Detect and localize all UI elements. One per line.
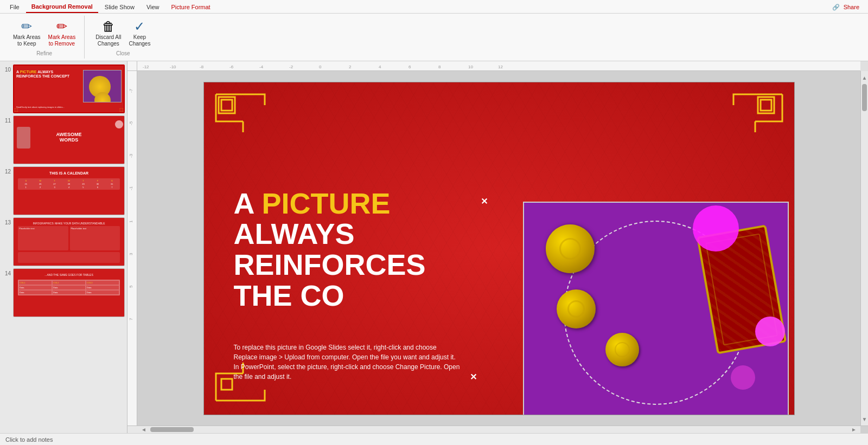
canvas-area: -12 -10 -8 -6 -4 -2 0 2 4 6 8 10 12 — [127, 61, 868, 433]
slide-num-10: 10 — [2, 67, 11, 73]
svg-rect-25 — [221, 379, 232, 390]
slide-thumb-13[interactable]: 13 INFOGRAPHICS: MAKE YOUR DATA UNDERSTA… — [2, 217, 125, 266]
svg-text:-6: -6 — [229, 65, 234, 69]
coin-large — [546, 224, 595, 273]
discard-icon: 🗑 — [102, 20, 115, 33]
magenta-blob-1 — [693, 205, 739, 251]
ruler-top: -12 -10 -8 -6 -4 -2 0 2 4 6 8 10 12 — [127, 61, 868, 71]
svg-text:-4: -4 — [259, 65, 264, 69]
scroll-h-thumb[interactable] — [150, 427, 194, 432]
svg-text:-2: -2 — [289, 65, 293, 69]
mark-keep-label: Mark Areasto Keep — [13, 34, 41, 47]
slide-num-13: 13 — [2, 220, 11, 225]
image-selection-container[interactable] — [523, 202, 789, 415]
svg-rect-23 — [761, 100, 771, 111]
mark-areas-keep-button[interactable]: ✏ Mark Areasto Keep — [10, 18, 44, 49]
status-bar: Click to add notes — [0, 433, 868, 445]
close-buttons: 🗑 Discard AllChanges ✓ KeepChanges — [92, 18, 154, 49]
slide-image-14[interactable]: ...AND THE SAME GOES FOR TABLES COL1 COL… — [13, 268, 125, 317]
slide-thumb-11[interactable]: 11 AWESOMEWORDS — [2, 115, 125, 164]
ribbon-toolbar: ✏ Mark Areasto Keep ✏ Mark Areasto Remov… — [0, 14, 868, 61]
vertical-ruler: -7 -5 -3 -1 1 3 5 7 — [127, 71, 137, 425]
scrollbar-corner — [860, 61, 868, 71]
svg-text:6: 6 — [409, 65, 411, 69]
svg-text:7: 7 — [129, 318, 133, 320]
keep-label: KeepChanges — [129, 34, 150, 47]
scroll-up-arrow[interactable]: ▲ — [862, 73, 867, 82]
tab-background-removal[interactable]: Background Removal — [26, 1, 98, 13]
svg-text:8: 8 — [438, 65, 441, 69]
title-a: A — [234, 187, 262, 220]
svg-text:-10: -10 — [170, 65, 176, 69]
ribbon-section-refine: ✏ Mark Areasto Keep ✏ Mark Areasto Remov… — [4, 16, 85, 59]
slide-num-11: 11 — [2, 118, 11, 124]
magenta-blob-3 — [731, 365, 755, 390]
svg-text:-5: -5 — [129, 121, 133, 125]
slide-panel: 10 A PICTURE ALWAYSREINFORCES THE CONCEP… — [0, 61, 127, 433]
slide-thumb-10[interactable]: 10 A PICTURE ALWAYSREINFORCES THE CONCEP… — [2, 65, 125, 113]
slide-image-13[interactable]: INFOGRAPHICS: MAKE YOUR DATA UNDERSTANDA… — [13, 217, 125, 266]
horizontal-ruler: -12 -10 -8 -6 -4 -2 0 2 4 6 8 10 12 — [137, 61, 860, 71]
slide-thumb-14[interactable]: 14 ...AND THE SAME GOES FOR TABLES COL1 … — [2, 268, 125, 317]
discard-all-changes-button[interactable]: 🗑 Discard AllChanges — [92, 18, 124, 49]
tab-slideshow[interactable]: Slide Show — [99, 2, 140, 12]
mark-keep-icon: ✏ — [21, 20, 32, 33]
slide-image-12[interactable]: THIS IS A CALENDAR SMTWTFS 2526272829303… — [13, 166, 125, 215]
slide-thumb-12[interactable]: 12 THIS IS A CALENDAR SMTWTFS 2526272829… — [2, 166, 125, 215]
coin-small — [605, 333, 639, 366]
keep-icon: ✓ — [134, 20, 145, 33]
svg-text:2: 2 — [349, 65, 352, 69]
discard-label: Discard AllChanges — [95, 34, 121, 47]
mark-areas-remove-button[interactable]: ✏ Mark Areasto Remove — [45, 18, 79, 49]
coin-medium — [557, 289, 596, 328]
slide-scroll-area[interactable]: A Picture Always Reinforces the Co To re… — [137, 71, 860, 425]
ribbon: File Background Removal Slide Show View … — [0, 0, 868, 61]
svg-text:3: 3 — [129, 253, 133, 255]
share-icon: 🔗 — [832, 4, 840, 10]
ribbon-section-close: 🗑 Discard AllChanges ✓ KeepChanges Close — [87, 16, 159, 59]
mark-remove-icon: ✏ — [56, 20, 67, 33]
main-area: 10 A PICTURE ALWAYSREINFORCES THE CONCEP… — [0, 61, 868, 433]
svg-text:-3: -3 — [129, 153, 133, 158]
mark-remove-label: Mark Areasto Remove — [48, 34, 76, 47]
tab-picture-format[interactable]: Picture Format — [166, 2, 216, 12]
svg-text:-1: -1 — [129, 186, 133, 190]
scroll-down-arrow[interactable]: ▼ — [862, 415, 867, 423]
slide-canvas: A Picture Always Reinforces the Co To re… — [203, 82, 795, 415]
slide-title: A Picture Always Reinforces the Co — [234, 188, 473, 311]
vertical-scrollbar[interactable]: ▲ ▼ — [860, 71, 868, 425]
horizontal-scrollbar[interactable]: ◄ ► — [127, 425, 868, 433]
title-picture: Picture — [262, 187, 391, 220]
close-section-label: Close — [116, 49, 130, 56]
refine-section-label: Refine — [36, 49, 52, 56]
corner-decoration-tl — [210, 89, 276, 134]
scroll-left-arrow[interactable]: ◄ — [139, 427, 148, 432]
canvas-body: -7 -5 -3 -1 1 3 5 7 — [127, 71, 868, 425]
corner-decoration-tr — [723, 89, 788, 134]
refine-buttons: ✏ Mark Areasto Keep ✏ Mark Areasto Remov… — [10, 18, 79, 49]
share-button[interactable]: 🔗 Share — [828, 2, 864, 13]
svg-text:10: 10 — [468, 65, 473, 69]
remove-marker-2[interactable]: ✕ — [470, 372, 477, 382]
slide-body-text: To replace this picture in Google Slides… — [234, 343, 462, 382]
tab-file[interactable]: File — [4, 2, 25, 12]
svg-text:-8: -8 — [200, 65, 204, 69]
keep-changes-button[interactable]: ✓ KeepChanges — [125, 18, 154, 49]
ribbon-tab-bar: File Background Removal Slide Show View … — [0, 0, 868, 14]
slide-image-11[interactable]: AWESOMEWORDS — [13, 115, 125, 164]
slide-image-10[interactable]: A PICTURE ALWAYSREINFORCES THE CONCEPT S… — [13, 65, 125, 113]
svg-text:4: 4 — [379, 65, 381, 69]
status-notes[interactable]: Click to add notes — [5, 436, 53, 443]
svg-text:12: 12 — [498, 65, 503, 69]
svg-text:1: 1 — [129, 220, 133, 223]
tab-view[interactable]: View — [141, 2, 165, 12]
svg-text:5: 5 — [129, 285, 133, 288]
title-reinforces: Reinforces the Co — [234, 248, 426, 312]
scroll-right-arrow[interactable]: ► — [850, 427, 858, 432]
svg-text:-12: -12 — [143, 65, 149, 69]
slide-num-12: 12 — [2, 169, 11, 175]
svg-rect-21 — [221, 100, 232, 111]
remove-marker-1[interactable]: ✕ — [481, 196, 488, 207]
title-always: Always — [234, 217, 355, 250]
scroll-thumb[interactable] — [862, 84, 867, 111]
